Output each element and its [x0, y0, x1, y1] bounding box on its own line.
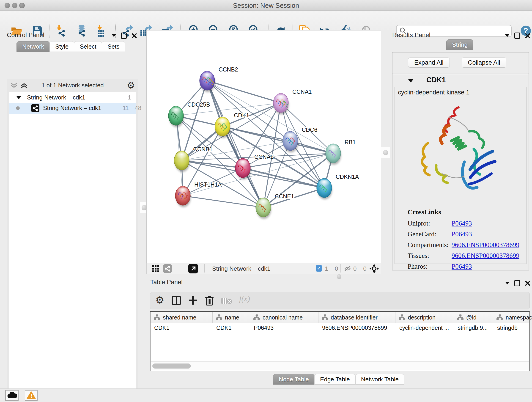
add-column-icon[interactable]	[188, 295, 198, 306]
crosslink-label: GeneCard:	[408, 230, 437, 238]
title-bar: Session: New Session	[0, 0, 532, 11]
right-splitter-handle[interactable]	[381, 147, 390, 158]
node-CCNA2[interactable]	[235, 158, 251, 179]
tab-network[interactable]: Network	[17, 41, 50, 52]
network-collection-row[interactable]: String Network – cdk1 1	[9, 94, 136, 103]
table-cell[interactable]: 9606.ENSP00000378699	[318, 323, 396, 333]
node-label-CDKN1A: CDKN1A	[336, 173, 359, 180]
results-panel-window-controls	[505, 32, 530, 39]
panel-close-icon[interactable]	[132, 33, 137, 38]
scrollbar-thumb[interactable]	[152, 364, 191, 369]
column-header-description[interactable]: description	[395, 312, 454, 323]
birds-eye-view-icon[interactable]	[369, 264, 379, 274]
table-horizontal-scrollbar[interactable]	[151, 361, 529, 370]
protein-expander-icon[interactable]	[408, 79, 413, 83]
table-panel-title: Table Panel	[150, 279, 183, 286]
hidden-counts: 0 – 0	[353, 265, 367, 272]
column-header-database-identifier[interactable]: database identifier	[318, 312, 395, 323]
edge-CCNB2-RB1[interactable]	[207, 81, 333, 153]
show-columns-icon[interactable]	[171, 295, 181, 306]
grid-view-icon[interactable]	[152, 265, 159, 273]
tab-node-table[interactable]: Node Table	[273, 374, 315, 385]
node-CCNE1[interactable]	[256, 198, 271, 219]
panel-close-icon[interactable]	[525, 33, 530, 38]
detach-view-icon[interactable]	[188, 264, 198, 274]
control-panel-tabs: NetworkStyleSelectSets	[17, 41, 125, 52]
tab-string[interactable]: String	[446, 39, 473, 50]
crosslink-row: GeneCard:P06493	[395, 230, 526, 241]
node-CDKN1A[interactable]	[317, 178, 332, 199]
crosslink-row: Uniprot:P06493	[395, 220, 526, 230]
column-type-icon	[253, 314, 260, 321]
selected-nodes-checkbox[interactable]: ✓	[316, 265, 322, 272]
tab-sets[interactable]: Sets	[102, 41, 125, 52]
hidden-elements-icon[interactable]	[344, 265, 351, 272]
bar-divider	[341, 264, 341, 273]
node-CCNB1[interactable]	[174, 151, 190, 172]
table-options-gear-icon[interactable]: ⚙	[155, 294, 164, 306]
cloud-status-icon[interactable]	[5, 390, 19, 401]
warning-status-icon[interactable]	[25, 390, 38, 401]
column-header-name[interactable]: name	[213, 312, 250, 323]
panel-float-icon[interactable]	[514, 280, 520, 286]
node-label-CCNB2: CCNB2	[219, 66, 238, 73]
panel-menu-icon[interactable]	[112, 34, 116, 37]
column-header-shared-name[interactable]: shared name	[151, 312, 213, 323]
table-cell[interactable]: cyclin-dependent ...	[396, 323, 454, 333]
table-cell[interactable]: stringdb	[494, 323, 529, 333]
panel-menu-icon[interactable]	[505, 34, 509, 37]
column-header-@id[interactable]: @id	[454, 312, 493, 323]
collection-expander-icon[interactable]	[17, 96, 21, 99]
crosslink-link[interactable]: 9606.ENSP00000378699	[452, 252, 519, 259]
network-canvas[interactable]: CCNB2CCNA1CDC25BCDK1CDC6RB1CCNB1CCNA2CDK…	[146, 30, 381, 263]
network-share-view-icon[interactable]	[163, 264, 172, 273]
expand-all-button[interactable]: Expand All	[408, 57, 450, 68]
table-cell[interactable]: stringdb:9...	[454, 323, 494, 333]
network-row-selected[interactable]: String Network – cdk1 11 48	[9, 103, 136, 114]
node-CDC25B[interactable]	[168, 106, 184, 127]
crosslink-label: Tissues:	[408, 252, 429, 259]
panel-menu-icon[interactable]	[505, 282, 509, 284]
edge-CCNB2-CCNE1[interactable]	[207, 81, 263, 207]
delete-column-icon[interactable]	[204, 295, 215, 306]
network-edge-count: 48	[135, 104, 141, 112]
tab-select[interactable]: Select	[74, 41, 102, 52]
crosslink-link[interactable]: P06493	[452, 263, 472, 270]
control-panel-window-controls	[112, 32, 137, 39]
panel-float-icon[interactable]	[121, 32, 127, 39]
collapse-all-button[interactable]: Collapse All	[462, 57, 506, 68]
node-label-CDK1: CDK1	[234, 112, 249, 119]
network-options-gear-icon[interactable]: ⚙	[127, 80, 135, 90]
edge-HIST1H1A-CCNE1[interactable]	[183, 196, 263, 207]
bar-divider	[204, 264, 205, 273]
node-CCNB2[interactable]	[200, 71, 215, 92]
table-row[interactable]: CDK1CDK1P064939606.ENSP00000378699cyclin…	[151, 323, 529, 333]
node-CDC6[interactable]	[283, 131, 298, 153]
table-cell[interactable]: P06493	[250, 323, 318, 333]
table-cell[interactable]: CDK1	[151, 323, 213, 333]
table-cell[interactable]: CDK1	[213, 323, 250, 333]
column-header-canonical-name[interactable]: canonical name	[250, 312, 318, 323]
edge-CCNB1-CCNA2[interactable]	[182, 160, 243, 168]
results-panel-title: Results Panel	[392, 32, 431, 39]
node-label-CCNB1: CCNB1	[193, 146, 213, 153]
node-label-CCNE1: CCNE1	[275, 193, 294, 199]
status-bar: Memory	[0, 389, 532, 402]
network-tab-content: 1 of 1 Network selected ⚙ String Network…	[7, 79, 138, 402]
tab-edge-table[interactable]: Edge Table	[314, 374, 355, 385]
tab-style[interactable]: Style	[50, 41, 74, 52]
node-HIST1H1A[interactable]	[175, 186, 191, 207]
edge-CCNB2-CCNA1[interactable]	[207, 81, 281, 103]
crosslink-link[interactable]: P06493	[452, 230, 472, 238]
crosslink-link[interactable]: P06493	[452, 220, 472, 227]
column-type-icon	[496, 314, 503, 321]
crosslink-link[interactable]: 9606.ENSP00000378699	[452, 241, 519, 249]
node-label-HIST1H1A: HIST1H1A	[194, 181, 222, 188]
column-header-namespace[interactable]: namespace	[493, 312, 529, 323]
tab-network-table[interactable]: Network Table	[355, 374, 404, 385]
panel-float-icon[interactable]	[514, 32, 520, 39]
node-RB1[interactable]	[326, 144, 341, 165]
panel-close-icon[interactable]	[525, 281, 530, 286]
current-network-indicator	[16, 106, 20, 110]
network-list: String Network – cdk1 1 String Network –…	[9, 92, 136, 402]
